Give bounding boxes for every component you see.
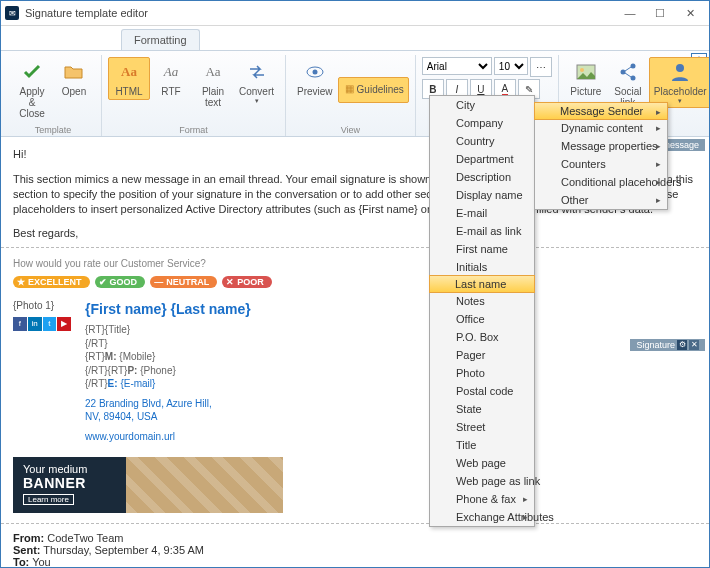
format-html-button[interactable]: Aa HTML: [108, 57, 150, 100]
menu-item-company[interactable]: Company: [430, 114, 534, 132]
placeholder-button[interactable]: Placeholder▾: [649, 57, 710, 108]
pane-tab-signature[interactable]: Signature ⚙ ✕: [630, 339, 705, 351]
format-plain-button[interactable]: Aa Plain text: [192, 57, 234, 111]
menu-item-state[interactable]: State: [430, 400, 534, 418]
pill-good[interactable]: ✔GOOD: [95, 276, 146, 288]
convert-button[interactable]: Convert▾: [234, 57, 279, 108]
conversation-section[interactable]: From: CodeTwo Team Sent: Thursday, Septe…: [1, 524, 709, 567]
menu-item-office[interactable]: Office: [430, 310, 534, 328]
banner-learn-more[interactable]: Learn more: [23, 494, 74, 505]
menu-item-conditional-placeholders[interactable]: Conditional placeholders▸: [535, 173, 667, 191]
dash-icon: —: [154, 277, 163, 287]
banner[interactable]: Your medium BANNER Learn more: [13, 457, 283, 513]
menu-item-phone-fax[interactable]: Phone & fax▸: [430, 490, 534, 508]
menu-item-web-page[interactable]: Web page: [430, 454, 534, 472]
highlight-icon: ✎: [525, 84, 533, 95]
minimize-button[interactable]: —: [615, 3, 645, 23]
menu-item-country[interactable]: Country: [430, 132, 534, 150]
group-format: Aa HTML Aa RTF Aa Plain text Convert▾ Fo…: [102, 55, 286, 136]
menu-item-dynamic-content[interactable]: Dynamic content▸: [535, 119, 667, 137]
svg-point-6: [630, 76, 635, 81]
menu-item-display-name[interactable]: Display name: [430, 186, 534, 204]
tab-main[interactable]: Main: [7, 29, 57, 50]
menu-item-p-o-box[interactable]: P.O. Box: [430, 328, 534, 346]
picture-icon: [574, 60, 598, 84]
check-icon: ✔: [99, 277, 107, 287]
convert-icon: [245, 60, 269, 84]
youtube-icon[interactable]: ▶: [57, 317, 71, 331]
menu-item-description[interactable]: Description: [430, 168, 534, 186]
chevron-right-icon: ▸: [523, 494, 528, 504]
chevron-right-icon: ▸: [656, 123, 661, 133]
menu-item-initials[interactable]: Initials: [430, 258, 534, 276]
sig-line-1: {RT}{Title}: [85, 323, 251, 337]
svg-point-5: [630, 64, 635, 69]
format-rtf-button[interactable]: Aa RTF: [150, 57, 192, 100]
menu-item-e-mail[interactable]: E-mail: [430, 204, 534, 222]
menu-item-exchange-attributes[interactable]: Exchange Attributes▸: [430, 508, 534, 526]
menu-item-counters[interactable]: Counters▸: [535, 155, 667, 173]
guidelines-icon: ▦: [343, 81, 357, 97]
chevron-right-icon: ▸: [656, 141, 661, 151]
eye-icon: [303, 60, 327, 84]
close-button[interactable]: ✕: [675, 3, 705, 23]
banner-decoration: [126, 457, 283, 513]
picture-button[interactable]: Picture: [565, 57, 607, 100]
chevron-right-icon: ▸: [523, 512, 528, 522]
app-icon: ✉: [5, 6, 19, 20]
chevron-right-icon: ▸: [656, 177, 661, 187]
pill-neutral[interactable]: —NEUTRAL: [150, 276, 217, 288]
menu-item-pager[interactable]: Pager: [430, 346, 534, 364]
font-picker-button[interactable]: ⋯: [530, 57, 552, 77]
font-size-select[interactable]: 10: [494, 57, 528, 75]
from-label: From:: [13, 532, 44, 544]
to-value: You: [29, 556, 50, 567]
apply-close-button[interactable]: Apply & Close: [11, 57, 53, 122]
star-icon: ★: [17, 277, 25, 287]
svg-point-4: [620, 70, 625, 75]
menu-item-message-properties[interactable]: Message properties▸: [535, 137, 667, 155]
font-name-select[interactable]: Arial: [422, 57, 492, 75]
group-view: Preview ▦ Guidelines View: [286, 55, 416, 136]
guidelines-toggle[interactable]: ▦ Guidelines: [338, 77, 409, 103]
to-label: To:: [13, 556, 29, 567]
menu-item-web-page-as-link[interactable]: Web page as link: [430, 472, 534, 490]
pill-poor[interactable]: ✕POOR: [222, 276, 272, 288]
website-link[interactable]: www.yourdomain.url: [85, 430, 251, 444]
tab-paragraph[interactable]: Paragraph: [227, 29, 304, 50]
placeholder-category-menu[interactable]: Message Sender▸Dynamic content▸Message p…: [534, 102, 668, 210]
close-section-icon[interactable]: ✕: [689, 340, 699, 350]
chevron-right-icon: ▸: [656, 195, 661, 205]
menu-item-e-mail-as-link[interactable]: E-mail as link: [430, 222, 534, 240]
open-button[interactable]: Open: [53, 57, 95, 100]
menu-item-postal-code[interactable]: Postal code: [430, 382, 534, 400]
html-icon: Aa: [117, 60, 141, 84]
menu-item-title[interactable]: Title: [430, 436, 534, 454]
menu-item-other[interactable]: Other▸: [535, 191, 667, 209]
linkedin-icon[interactable]: in: [28, 317, 42, 331]
gear-icon[interactable]: ⚙: [677, 340, 687, 350]
font-color-icon: A: [502, 83, 509, 96]
menu-item-photo[interactable]: Photo: [430, 364, 534, 382]
menu-item-department[interactable]: Department: [430, 150, 534, 168]
x-icon: ✕: [226, 277, 234, 287]
menu-item-first-name[interactable]: First name: [430, 240, 534, 258]
menu-item-message-sender[interactable]: Message Sender▸: [534, 102, 668, 120]
pill-excellent[interactable]: ★EXCELLENT: [13, 276, 90, 288]
preview-button[interactable]: Preview: [292, 57, 338, 100]
tab-formatting[interactable]: Formatting: [121, 29, 200, 50]
facebook-icon[interactable]: f: [13, 317, 27, 331]
titlebar: ✉ Signature template editor — ☐ ✕: [1, 1, 709, 26]
signature-section[interactable]: How would you rate our Customer Service?…: [1, 248, 709, 524]
maximize-button[interactable]: ☐: [645, 3, 675, 23]
sig-line-4: {/RT}{RT}P: {Phone}: [85, 364, 251, 378]
menu-item-street[interactable]: Street: [430, 418, 534, 436]
svg-point-3: [580, 68, 584, 72]
placeholder-menu[interactable]: CityCompanyCountryDepartmentDescriptionD…: [429, 95, 535, 527]
menu-item-notes[interactable]: Notes: [430, 292, 534, 310]
from-value: CodeTwo Team: [44, 532, 123, 544]
menu-item-city[interactable]: City: [430, 96, 534, 114]
svg-point-1: [312, 70, 317, 75]
twitter-icon[interactable]: t: [43, 317, 57, 331]
menu-item-last-name[interactable]: Last name: [429, 275, 535, 293]
